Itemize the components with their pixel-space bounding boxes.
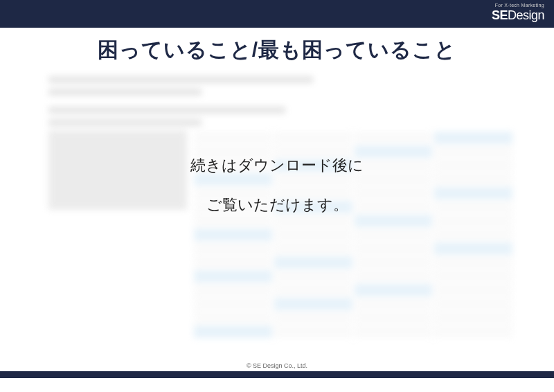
footer-bar	[0, 371, 554, 378]
brand-se: SE	[492, 8, 508, 22]
brand-name: SEDesign	[492, 8, 544, 23]
brand-tagline: For X-tech Marketing	[492, 3, 544, 8]
overlay-line2: ご覧いただけます。	[0, 185, 554, 224]
footer-copyright: © SE Design Co., Ltd.	[0, 362, 554, 369]
overlay-line1: 続きはダウンロード後に	[0, 145, 554, 185]
brand-logo: For X-tech Marketing SEDesign	[492, 3, 544, 23]
header-bar: For X-tech Marketing SEDesign	[0, 0, 554, 28]
page-title: 困っていること/最も困っていること	[0, 36, 554, 64]
brand-design: Design	[508, 8, 544, 22]
download-prompt: 続きはダウンロード後に ご覧いただけます。	[0, 145, 554, 224]
